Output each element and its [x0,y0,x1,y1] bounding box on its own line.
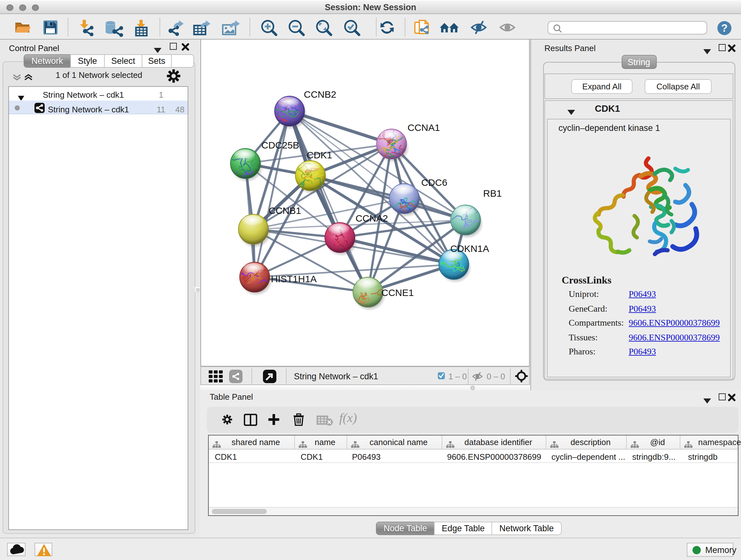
svg-text:HIST1H1A: HIST1H1A [271,273,316,284]
svg-text:?: ? [721,22,728,34]
svg-text:CCNA2: CCNA2 [355,213,388,224]
svg-text:RB1: RB1 [483,188,501,199]
svg-text:CCNB1: CCNB1 [268,205,301,216]
svg-text:CDKN1A: CDKN1A [450,243,489,254]
svg-text:CDC6: CDC6 [421,177,447,188]
svg-text:CCNE1: CCNE1 [381,287,414,298]
svg-text:CDC25B: CDC25B [261,140,299,150]
svg-text:CCNA1: CCNA1 [407,122,440,133]
svg-text:CDK1: CDK1 [307,150,332,160]
svg-text:CCNB2: CCNB2 [304,89,336,100]
